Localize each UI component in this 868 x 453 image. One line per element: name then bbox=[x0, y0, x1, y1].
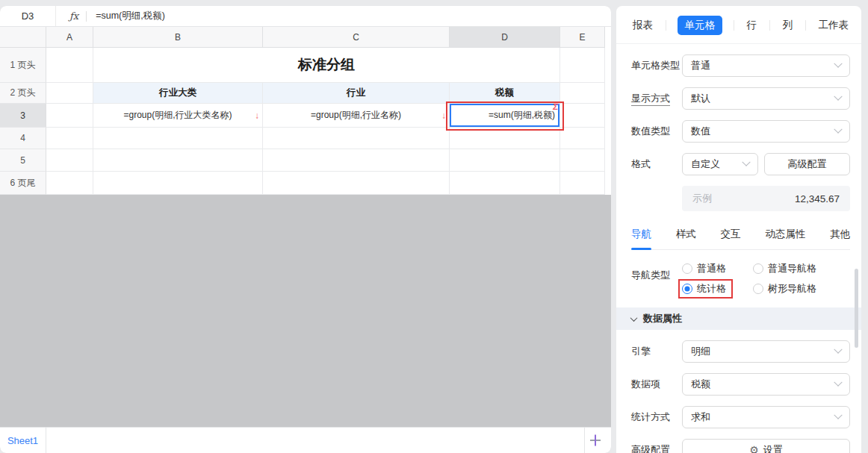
subtab-navigation[interactable]: 导航 bbox=[631, 228, 651, 241]
row-header-5[interactable]: 5 bbox=[0, 149, 46, 172]
col-header-d[interactable]: D bbox=[450, 27, 560, 48]
nav-type-label: 导航类型 bbox=[631, 269, 682, 296]
row-header-2[interactable]: 2 页头 bbox=[0, 83, 46, 104]
tab-row[interactable]: 行 bbox=[745, 16, 759, 35]
data-item-value: 税额 bbox=[691, 378, 710, 391]
row-header-1[interactable]: 1 页头 bbox=[0, 48, 46, 83]
row-header-3[interactable]: 3 bbox=[0, 104, 46, 128]
row-header-4[interactable]: 4 bbox=[0, 128, 46, 149]
cell-d4[interactable] bbox=[450, 128, 560, 149]
cell-b3-formula[interactable]: =group(明细,行业大类名称) ↓ bbox=[93, 104, 263, 128]
format-value: 自定义 bbox=[691, 157, 720, 171]
data-item-row: 数据项 税额 bbox=[631, 373, 850, 396]
cell-type-select[interactable]: 普通 bbox=[682, 54, 850, 77]
report-designer-workspace: D3 ƒx =sum(明细,税额) A B C D E 1 页头 标准分组 2 … bbox=[0, 6, 611, 453]
cell-a1[interactable] bbox=[46, 48, 93, 83]
example-label: 示例 bbox=[692, 192, 712, 205]
col-header-a[interactable]: A bbox=[46, 27, 93, 48]
cell-c3-formula[interactable]: =group(明细,行业名称) ↓ bbox=[263, 104, 450, 128]
tab-report[interactable]: 报表 bbox=[631, 16, 654, 35]
cell-reference-box[interactable]: D3 bbox=[0, 6, 56, 26]
cell-b6[interactable] bbox=[93, 172, 263, 195]
cell-d3-selected[interactable]: =sum(明细,税额) Σ bbox=[450, 104, 560, 128]
display-mode-select[interactable]: 默认 bbox=[682, 87, 850, 110]
cell-e5[interactable] bbox=[560, 149, 605, 172]
col-header-e[interactable]: E bbox=[560, 27, 605, 48]
display-mode-row: 显示方式 默认 bbox=[631, 87, 850, 110]
data-item-select[interactable]: 税额 bbox=[682, 373, 850, 396]
panel-scrollbar[interactable] bbox=[855, 269, 858, 348]
format-select[interactable]: 自定义 bbox=[682, 153, 758, 175]
cell-c5[interactable] bbox=[263, 149, 450, 172]
sheet-tab-label: Sheet1 bbox=[7, 435, 38, 446]
advanced-config-button[interactable]: 高级配置 bbox=[764, 153, 850, 175]
settings-button[interactable]: ⚙ 设置 bbox=[682, 439, 850, 453]
chevron-down-icon bbox=[742, 158, 750, 166]
col-header-c[interactable]: C bbox=[263, 27, 450, 48]
cell-e6[interactable] bbox=[560, 172, 605, 195]
tab-column[interactable]: 列 bbox=[781, 16, 795, 35]
settings-button-label: 设置 bbox=[763, 443, 783, 453]
radio-icon bbox=[682, 263, 692, 274]
sheet-tab-bar: Sheet1 bbox=[0, 427, 611, 453]
cell-d6[interactable] bbox=[450, 172, 560, 195]
value-type-value: 数值 bbox=[691, 125, 710, 138]
tab-divider bbox=[805, 20, 806, 31]
stat-method-select[interactable]: 求和 bbox=[682, 406, 850, 428]
subtab-other[interactable]: 其他 bbox=[830, 228, 850, 241]
chevron-down-icon bbox=[834, 125, 842, 134]
engine-row: 引擎 明细 bbox=[631, 340, 850, 363]
radio-stat-cell[interactable]: 统计格 bbox=[682, 282, 753, 296]
cell-type-row: 单元格类型 普通 bbox=[631, 54, 850, 77]
example-row: 示例 12,345.67 bbox=[631, 186, 850, 211]
engine-label: 引擎 bbox=[631, 345, 682, 358]
cell-b4[interactable] bbox=[93, 128, 263, 149]
format-row: 格式 自定义 高级配置 bbox=[631, 153, 850, 175]
panel-subtab-bar: 导航 样式 交互 动态属性 其他 bbox=[631, 228, 850, 250]
chevron-down-icon bbox=[834, 346, 842, 354]
data-properties-section-header[interactable]: 数据属性 bbox=[616, 307, 861, 330]
cell-c6[interactable] bbox=[263, 172, 450, 195]
cell-d2-header[interactable]: 税额 bbox=[450, 83, 560, 104]
tab-divider bbox=[769, 20, 770, 31]
cell-a4[interactable] bbox=[46, 128, 93, 149]
radio-normal-cell[interactable]: 普通格 bbox=[682, 262, 753, 275]
cell-type-value: 普通 bbox=[691, 59, 710, 72]
cell-b2-header[interactable]: 行业大类 bbox=[93, 83, 263, 104]
gear-icon: ⚙ bbox=[749, 445, 759, 453]
subtab-interaction[interactable]: 交互 bbox=[721, 228, 741, 241]
cell-e3[interactable] bbox=[560, 104, 605, 128]
cell-a2[interactable] bbox=[46, 83, 93, 104]
tab-divider bbox=[734, 20, 734, 31]
group-expand-arrow-icon: ↓ bbox=[255, 110, 259, 119]
radio-normal-nav-cell[interactable]: 普通导航格 bbox=[753, 262, 850, 275]
cell-e4[interactable] bbox=[560, 128, 605, 149]
row-header-6[interactable]: 6 页尾 bbox=[0, 172, 46, 195]
subtab-dynamic-props[interactable]: 动态属性 bbox=[765, 228, 805, 241]
cell-d5[interactable] bbox=[450, 149, 560, 172]
cell-e1[interactable] bbox=[560, 48, 605, 83]
cell-e2[interactable] bbox=[560, 83, 605, 104]
cell-b5[interactable] bbox=[93, 149, 263, 172]
add-sheet-button[interactable] bbox=[584, 428, 605, 453]
cell-c2-header[interactable]: 行业 bbox=[263, 83, 450, 104]
formula-input[interactable]: =sum(明细,税额) bbox=[96, 10, 165, 22]
engine-select[interactable]: 明细 bbox=[682, 340, 850, 363]
col-header-b[interactable]: B bbox=[93, 27, 263, 48]
subtab-style[interactable]: 样式 bbox=[676, 228, 696, 241]
radio-icon bbox=[753, 263, 763, 274]
cell-a3[interactable] bbox=[46, 104, 93, 128]
cell-c4[interactable] bbox=[263, 128, 450, 149]
panel-tab-bar: 报表 单元格 行 列 工作表 bbox=[616, 6, 861, 44]
tab-cell[interactable]: 单元格 bbox=[678, 16, 723, 35]
sheet-tab-sheet1[interactable]: Sheet1 bbox=[0, 428, 46, 453]
format-example-box: 示例 12,345.67 bbox=[682, 186, 850, 211]
chevron-down-icon bbox=[834, 93, 842, 101]
cell-a6[interactable] bbox=[46, 172, 93, 195]
radio-tree-nav-cell[interactable]: 树形导航格 bbox=[753, 282, 850, 296]
tab-worksheet[interactable]: 工作表 bbox=[817, 16, 851, 35]
cell-a5[interactable] bbox=[46, 149, 93, 172]
cell-b1-title[interactable]: 标准分组 bbox=[93, 48, 560, 83]
grid-corner[interactable] bbox=[0, 27, 46, 48]
value-type-select[interactable]: 数值 bbox=[682, 120, 850, 143]
